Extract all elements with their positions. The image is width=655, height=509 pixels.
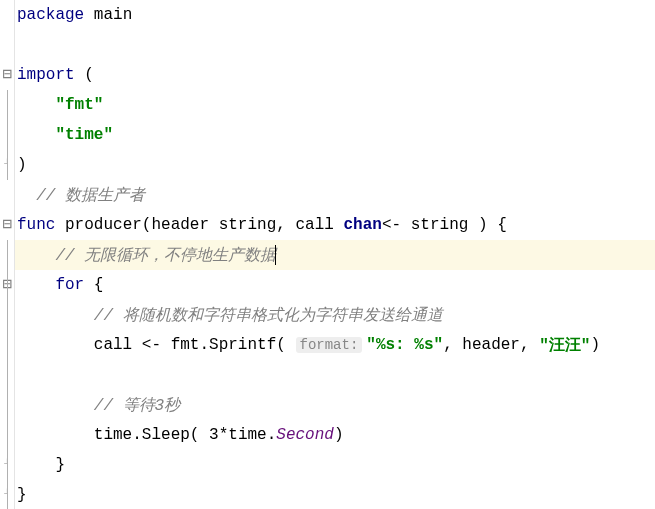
comment: // 等待3秒 <box>94 395 180 416</box>
gutter-row: ⊟ <box>0 210 14 240</box>
fold-icon[interactable]: ⊟ <box>2 67 12 83</box>
brace: { <box>94 276 104 294</box>
brace: } <box>17 486 27 504</box>
comment: // 将随机数和字符串格式化为字符串发送给通道 <box>94 305 443 326</box>
gutter-row <box>0 30 14 60</box>
brace: } <box>55 456 65 474</box>
code-line[interactable] <box>15 30 655 60</box>
code-area[interactable]: package main import ( "fmt" "time" ) // … <box>15 0 655 509</box>
keyword: for <box>55 276 84 294</box>
identifier: time <box>228 426 266 444</box>
gutter-row: ⊟ <box>0 60 14 90</box>
gutter: ⊟ ┘ ⊟ ⊟ ┘ ┘ <box>0 0 15 509</box>
comment: // 数据生产者 <box>36 185 145 206</box>
dot: . <box>199 336 209 354</box>
paren: ) <box>334 426 344 444</box>
paren: ) <box>590 336 600 354</box>
paren: ( <box>190 426 200 444</box>
code-line[interactable]: call <- fmt.Sprintf( format:"%s: %s", he… <box>15 330 655 360</box>
identifier: header <box>462 336 520 354</box>
string-literal: "汪汪" <box>539 335 590 356</box>
gutter-row <box>0 0 14 30</box>
string-literal: "fmt" <box>55 96 103 114</box>
code-line[interactable]: // 将随机数和字符串格式化为字符串发送给通道 <box>15 300 655 330</box>
paren: ( <box>142 216 152 234</box>
code-line[interactable]: ) <box>15 150 655 180</box>
paren: ( <box>84 66 94 84</box>
code-line[interactable]: time.Sleep( 3*time.Second) <box>15 420 655 450</box>
type: string <box>411 216 469 234</box>
code-line[interactable]: package main <box>15 0 655 30</box>
code-line[interactable]: func producer(header string, call chan<-… <box>15 210 655 240</box>
arrow: <- <box>382 216 401 234</box>
func-call: Sleep <box>142 426 190 444</box>
param: call <box>295 216 333 234</box>
gutter-row <box>0 180 14 210</box>
code-line[interactable]: "fmt" <box>15 90 655 120</box>
code-line[interactable]: import ( <box>15 60 655 90</box>
identifier: time <box>94 426 132 444</box>
arrow: <- <box>142 336 161 354</box>
code-editor: ⊟ ┘ ⊟ ⊟ ┘ ┘ package main import ( "fmt" … <box>0 0 655 509</box>
operator: * <box>219 426 229 444</box>
paren: ) <box>478 216 488 234</box>
comma: , <box>443 336 453 354</box>
paren: ) <box>17 156 27 174</box>
fold-icon[interactable]: ⊟ <box>2 217 12 233</box>
identifier: main <box>94 6 132 24</box>
comment: // 无限循环，不停地生产数据 <box>55 245 276 266</box>
param-hint: format: <box>296 337 363 353</box>
code-line[interactable]: // 数据生产者 <box>15 180 655 210</box>
code-line-current[interactable]: // 无限循环，不停地生产数据 <box>15 240 655 270</box>
number: 3 <box>209 426 219 444</box>
type: string <box>219 216 277 234</box>
func-call: Sprintf <box>209 336 276 354</box>
identifier: call <box>94 336 132 354</box>
constant: Second <box>276 426 334 444</box>
keyword: package <box>17 6 84 24</box>
code-line[interactable]: // 等待3秒 <box>15 390 655 420</box>
keyword: import <box>17 66 75 84</box>
string-literal: "%s: %s" <box>366 336 443 354</box>
comma: , <box>520 336 530 354</box>
code-line[interactable] <box>15 360 655 390</box>
param: header <box>151 216 209 234</box>
caret-icon <box>275 245 276 265</box>
keyword: func <box>17 216 55 234</box>
keyword: chan <box>344 216 382 234</box>
brace: { <box>497 216 507 234</box>
comma: , <box>276 216 286 234</box>
paren: ( <box>276 336 286 354</box>
identifier: fmt <box>171 336 200 354</box>
code-line[interactable]: } <box>15 450 655 480</box>
code-line[interactable]: for { <box>15 270 655 300</box>
dot: . <box>132 426 142 444</box>
func-name: producer <box>65 216 142 234</box>
code-line[interactable]: } <box>15 480 655 509</box>
string-literal: "time" <box>55 126 113 144</box>
dot: . <box>267 426 277 444</box>
code-line[interactable]: "time" <box>15 120 655 150</box>
